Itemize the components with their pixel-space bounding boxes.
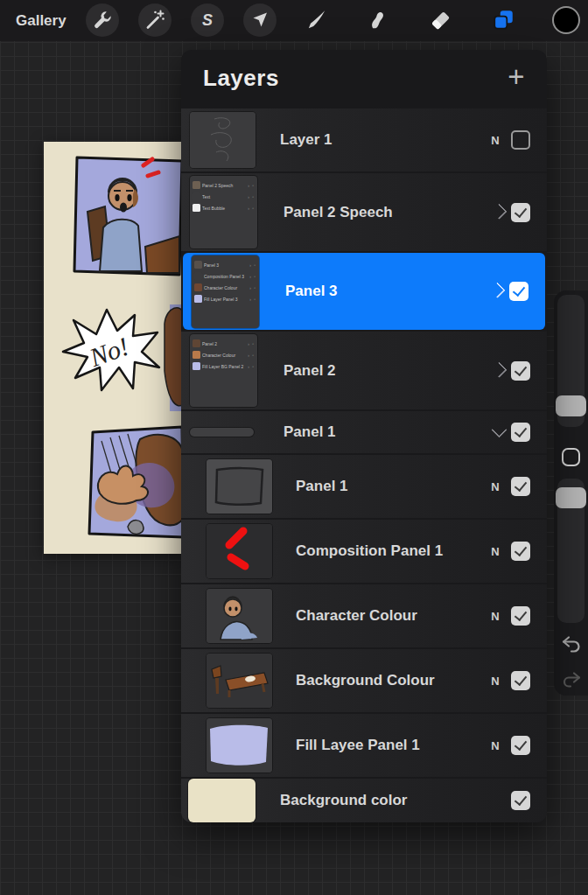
top-toolbar: Gallery S	[0, 0, 588, 41]
visibility-checkbox[interactable]	[511, 671, 530, 690]
layer-name: Panel 1	[296, 478, 348, 495]
group-name: Panel 3	[285, 283, 338, 300]
opacity-handle[interactable]	[556, 487, 586, 508]
visibility-checkbox[interactable]	[511, 736, 530, 755]
visibility-checkbox[interactable]	[511, 477, 530, 496]
layer-name: Fill Layee Panel 1	[296, 737, 420, 754]
selection-s-icon: S	[196, 9, 219, 31]
mini-layer-row: Fill Layer BG Panel 2› ▫	[190, 360, 257, 372]
chevron-right-icon[interactable]	[491, 361, 507, 377]
visibility-checkbox[interactable]	[511, 606, 530, 626]
color-button[interactable]	[552, 6, 580, 34]
magic-wand-icon	[144, 9, 166, 31]
background-color-swatch[interactable]	[188, 779, 256, 822]
modify-button[interactable]	[562, 448, 580, 466]
visibility-checkbox[interactable]	[511, 423, 530, 442]
visibility-checkbox[interactable]	[511, 203, 530, 222]
group-thumbnail[interactable]: Panel 2› ▫Character Colour› ▫Fill Layer …	[190, 334, 257, 407]
group-thumbnail[interactable]: Panel 2 Speech› ▫Text› ▫Text Bubble› ▫	[190, 176, 257, 248]
layer-row-composition-panel-1[interactable]: Composition Panel 1 N	[181, 520, 547, 583]
layers-panel-header: Layers +	[181, 50, 547, 108]
svg-text:S: S	[202, 11, 213, 29]
mini-layer-row: Character Colour› ▫	[190, 349, 257, 360]
layer-name: Composition Panel 1	[296, 542, 443, 560]
sidebar-rail	[554, 290, 588, 696]
undo-arrow-icon	[560, 635, 583, 654]
visibility-checkbox[interactable]	[511, 791, 530, 810]
drawing-canvas[interactable]: No!	[44, 142, 184, 554]
undo-button[interactable]	[560, 635, 583, 658]
smudge-icon	[366, 8, 390, 32]
gallery-button[interactable]: Gallery	[16, 0, 66, 41]
mini-layer-row: Fill Layer Panel 3› ▫	[192, 293, 259, 304]
layer-name: Character Colour	[296, 607, 417, 625]
group-name: Panel 2 Speech	[284, 204, 393, 221]
mini-layer-row: Panel 2› ▫	[190, 338, 257, 349]
layer-thumbnail[interactable]	[190, 112, 256, 168]
layer-name: Background Colour	[296, 672, 435, 689]
layer-row-background-colour[interactable]: Background Colour N	[181, 649, 547, 712]
actions-button[interactable]	[86, 3, 119, 37]
layer-name: Background color	[280, 792, 407, 809]
adjustments-button[interactable]	[138, 3, 172, 37]
group-name: Panel 1	[284, 423, 336, 441]
layer-thumbnail[interactable]	[206, 459, 272, 514]
smudge-button[interactable]	[361, 3, 395, 37]
group-row-panel-2[interactable]: Panel 2› ▫Character Colour› ▫Fill Layer …	[181, 332, 547, 409]
layer-row-layer-1[interactable]: Layer 1 N	[181, 108, 547, 171]
transform-arrow-icon	[248, 9, 271, 31]
mini-layer-row: Text Bubble› ▫	[190, 202, 257, 213]
wrench-icon	[91, 9, 114, 31]
group-name: Panel 2	[284, 362, 336, 380]
group-row-panel-3-selected[interactable]: Panel 3› ▫Composition Panel 3› ▫Characte…	[183, 253, 545, 330]
group-stack-thumbnail[interactable]	[190, 428, 254, 437]
visibility-checkbox[interactable]	[511, 130, 530, 150]
group-header-row-panel-1[interactable]: Panel 1	[181, 411, 547, 453]
paint-button[interactable]	[300, 3, 333, 37]
layer-row-character-colour[interactable]: Character Colour N	[181, 584, 547, 647]
brush-icon	[304, 8, 329, 32]
layers-icon	[491, 8, 515, 32]
background-color-row[interactable]: Background color	[181, 779, 547, 822]
mini-layer-row: Composition Panel 3› ▫	[192, 270, 259, 282]
erase-button[interactable]	[424, 3, 457, 37]
visibility-checkbox[interactable]	[511, 361, 530, 381]
panel-title: Layers	[203, 65, 279, 92]
mini-layer-row: Panel 3› ▫	[192, 259, 259, 270]
layer-row-panel-1[interactable]: Panel 1 N	[181, 455, 547, 518]
layer-name: Layer 1	[280, 131, 332, 149]
blend-mode-button[interactable]: N	[487, 610, 503, 623]
blend-mode-button[interactable]: N	[487, 675, 503, 688]
transform-button[interactable]	[243, 3, 276, 37]
blend-mode-button[interactable]: N	[487, 739, 503, 752]
mini-layer-row: Panel 2 Speech› ▫	[190, 179, 257, 191]
visibility-checkbox[interactable]	[511, 542, 530, 561]
layer-thumbnail[interactable]	[206, 718, 272, 773]
layer-row-fill-layee-panel-1[interactable]: Fill Layee Panel 1 N	[181, 714, 547, 777]
group-row-panel-2-speech[interactable]: Panel 2 Speech› ▫Text› ▫Text Bubble› ▫ P…	[181, 173, 547, 251]
layer-thumbnail[interactable]	[206, 589, 272, 643]
chevron-right-icon[interactable]	[489, 283, 505, 298]
chevron-right-icon[interactable]	[491, 203, 507, 219]
redo-arrow-icon	[560, 669, 583, 689]
brush-size-handle[interactable]	[556, 395, 586, 416]
visibility-checkbox[interactable]	[509, 282, 528, 301]
mini-layer-row: Character Colour› ▫	[192, 282, 259, 293]
eraser-icon	[428, 8, 452, 32]
layer-thumbnail[interactable]	[206, 654, 272, 708]
procreate-screen: No! Gallery S	[0, 0, 588, 895]
blend-mode-button[interactable]: N	[487, 134, 503, 147]
chevron-down-icon[interactable]	[491, 422, 507, 437]
blend-mode-button[interactable]: N	[487, 480, 503, 493]
redo-button[interactable]	[560, 669, 583, 692]
layers-button[interactable]	[486, 3, 520, 37]
layer-thumbnail[interactable]	[206, 524, 272, 578]
blend-mode-button[interactable]: N	[487, 545, 503, 558]
mini-layer-row: Text› ▫	[190, 191, 257, 202]
add-layer-button[interactable]: +	[503, 59, 529, 94]
selection-button[interactable]: S	[191, 3, 224, 37]
group-thumbnail[interactable]: Panel 3› ▫Composition Panel 3› ▫Characte…	[192, 255, 259, 328]
layers-panel: Layers + Layer 1 N Panel 2 Speech	[181, 50, 547, 822]
